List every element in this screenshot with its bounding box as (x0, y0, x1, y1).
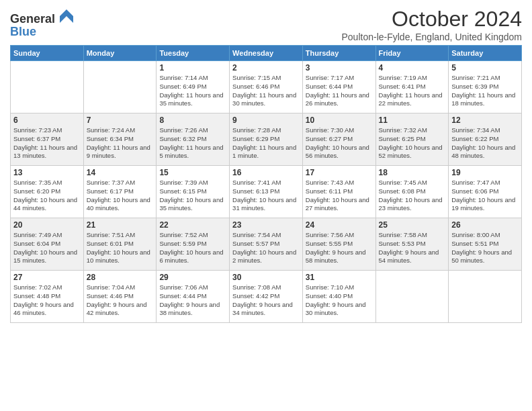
day-info: Sunrise: 7:52 AM Sunset: 5:59 PM Dayligh… (159, 231, 226, 265)
day-number: 27 (13, 273, 81, 282)
calendar-cell (11, 61, 84, 113)
calendar-cell: 4Sunrise: 7:19 AM Sunset: 6:41 PM Daylig… (375, 61, 449, 113)
calendar-cell: 26Sunrise: 8:00 AM Sunset: 5:51 PM Dayli… (449, 218, 522, 271)
calendar-cell: 29Sunrise: 7:06 AM Sunset: 4:44 PM Dayli… (157, 271, 230, 323)
day-info: Sunrise: 7:21 AM Sunset: 6:39 PM Dayligh… (451, 74, 519, 108)
day-number: 16 (232, 168, 300, 177)
calendar-week-row: 27Sunrise: 7:02 AM Sunset: 4:48 PM Dayli… (11, 271, 522, 323)
logo-icon (60, 9, 73, 23)
day-info: Sunrise: 7:30 AM Sunset: 6:27 PM Dayligh… (306, 126, 373, 161)
calendar-cell (449, 271, 522, 323)
calendar-cell: 18Sunrise: 7:45 AM Sunset: 6:08 PM Dayli… (375, 166, 449, 218)
day-info: Sunrise: 7:35 AM Sunset: 6:20 PM Dayligh… (13, 179, 81, 213)
day-info: Sunrise: 7:32 AM Sunset: 6:25 PM Dayligh… (379, 126, 446, 161)
calendar-cell: 1Sunrise: 7:14 AM Sunset: 6:49 PM Daylig… (157, 61, 230, 113)
calendar-cell: 20Sunrise: 7:49 AM Sunset: 6:04 PM Dayli… (11, 218, 84, 271)
day-header-monday: Monday (83, 46, 157, 61)
calendar-cell: 12Sunrise: 7:34 AM Sunset: 6:22 PM Dayli… (449, 113, 522, 166)
day-number: 1 (159, 63, 226, 73)
day-number: 9 (232, 116, 300, 125)
day-info: Sunrise: 7:28 AM Sunset: 6:29 PM Dayligh… (232, 126, 300, 161)
calendar-cell: 8Sunrise: 7:26 AM Sunset: 6:32 PM Daylig… (157, 113, 230, 166)
day-number: 10 (306, 116, 373, 125)
calendar-week-row: 6Sunrise: 7:23 AM Sunset: 6:37 PM Daylig… (11, 113, 522, 166)
calendar-cell (83, 61, 157, 113)
day-info: Sunrise: 7:43 AM Sunset: 6:11 PM Dayligh… (306, 179, 373, 213)
calendar-cell: 22Sunrise: 7:52 AM Sunset: 5:59 PM Dayli… (157, 218, 230, 271)
calendar-table: SundayMondayTuesdayWednesdayThursdayFrid… (10, 45, 522, 323)
day-number: 15 (159, 168, 226, 177)
day-number: 25 (379, 220, 446, 230)
title-section: October 2024 Poulton-le-Fylde, England, … (342, 7, 523, 42)
day-number: 13 (13, 168, 81, 177)
day-number: 5 (451, 63, 519, 73)
calendar-cell: 13Sunrise: 7:35 AM Sunset: 6:20 PM Dayli… (11, 166, 84, 218)
day-info: Sunrise: 7:41 AM Sunset: 6:13 PM Dayligh… (232, 179, 300, 213)
day-number: 22 (159, 220, 226, 230)
day-number: 26 (451, 220, 519, 230)
calendar-cell: 23Sunrise: 7:54 AM Sunset: 5:57 PM Dayli… (230, 218, 303, 271)
day-info: Sunrise: 7:34 AM Sunset: 6:22 PM Dayligh… (451, 126, 519, 161)
day-info: Sunrise: 7:06 AM Sunset: 4:44 PM Dayligh… (159, 283, 226, 318)
calendar-cell: 30Sunrise: 7:08 AM Sunset: 4:42 PM Dayli… (230, 271, 303, 323)
logo-blue: Blue (10, 25, 36, 38)
day-info: Sunrise: 7:47 AM Sunset: 6:06 PM Dayligh… (451, 179, 519, 213)
calendar-cell: 17Sunrise: 7:43 AM Sunset: 6:11 PM Dayli… (302, 166, 375, 218)
day-info: Sunrise: 7:51 AM Sunset: 6:01 PM Dayligh… (87, 231, 154, 265)
day-number: 17 (306, 168, 373, 177)
day-number: 29 (159, 273, 226, 282)
day-number: 24 (306, 220, 373, 230)
day-number: 18 (379, 168, 446, 177)
day-info: Sunrise: 7:56 AM Sunset: 5:55 PM Dayligh… (306, 231, 373, 265)
calendar-week-row: 1Sunrise: 7:14 AM Sunset: 6:49 PM Daylig… (11, 61, 522, 113)
day-info: Sunrise: 7:10 AM Sunset: 4:40 PM Dayligh… (306, 283, 373, 318)
location-subtitle: Poulton-le-Fylde, England, United Kingdo… (342, 32, 523, 42)
day-info: Sunrise: 7:45 AM Sunset: 6:08 PM Dayligh… (379, 179, 446, 213)
day-info: Sunrise: 7:49 AM Sunset: 6:04 PM Dayligh… (13, 231, 81, 265)
day-info: Sunrise: 7:04 AM Sunset: 4:46 PM Dayligh… (87, 283, 154, 318)
calendar-cell: 7Sunrise: 7:24 AM Sunset: 6:34 PM Daylig… (83, 113, 157, 166)
calendar-cell: 27Sunrise: 7:02 AM Sunset: 4:48 PM Dayli… (11, 271, 84, 323)
calendar-cell: 9Sunrise: 7:28 AM Sunset: 6:29 PM Daylig… (230, 113, 303, 166)
svg-marker-0 (60, 9, 73, 23)
month-title: October 2024 (342, 7, 523, 32)
calendar-cell: 10Sunrise: 7:30 AM Sunset: 6:27 PM Dayli… (302, 113, 375, 166)
header: General Blue October 2024 Poulton-le-Fyl… (10, 7, 522, 42)
day-header-tuesday: Tuesday (157, 46, 230, 61)
calendar-cell: 14Sunrise: 7:37 AM Sunset: 6:17 PM Dayli… (83, 166, 157, 218)
day-number: 21 (87, 220, 154, 230)
day-number: 7 (87, 116, 154, 125)
day-info: Sunrise: 7:15 AM Sunset: 6:46 PM Dayligh… (232, 74, 300, 108)
day-info: Sunrise: 7:39 AM Sunset: 6:15 PM Dayligh… (159, 179, 226, 213)
calendar-cell: 24Sunrise: 7:56 AM Sunset: 5:55 PM Dayli… (302, 218, 375, 271)
day-number: 20 (13, 220, 81, 230)
calendar-cell: 5Sunrise: 7:21 AM Sunset: 6:39 PM Daylig… (449, 61, 522, 113)
day-number: 31 (306, 273, 373, 282)
calendar-week-row: 20Sunrise: 7:49 AM Sunset: 6:04 PM Dayli… (11, 218, 522, 271)
calendar-cell: 3Sunrise: 7:17 AM Sunset: 6:44 PM Daylig… (302, 61, 375, 113)
day-header-saturday: Saturday (449, 46, 522, 61)
day-info: Sunrise: 7:58 AM Sunset: 5:53 PM Dayligh… (379, 231, 446, 265)
calendar-cell: 25Sunrise: 7:58 AM Sunset: 5:53 PM Dayli… (375, 218, 449, 271)
day-number: 2 (232, 63, 300, 73)
calendar-cell: 2Sunrise: 7:15 AM Sunset: 6:46 PM Daylig… (230, 61, 303, 113)
day-header-friday: Friday (375, 46, 449, 61)
day-header-sunday: Sunday (11, 46, 84, 61)
day-header-wednesday: Wednesday (230, 46, 303, 61)
day-info: Sunrise: 7:37 AM Sunset: 6:17 PM Dayligh… (87, 179, 154, 213)
calendar-cell: 31Sunrise: 7:10 AM Sunset: 4:40 PM Dayli… (302, 271, 375, 323)
day-info: Sunrise: 7:26 AM Sunset: 6:32 PM Dayligh… (159, 126, 226, 161)
calendar-header-row: SundayMondayTuesdayWednesdayThursdayFrid… (11, 46, 522, 61)
day-number: 19 (451, 168, 519, 177)
day-number: 23 (232, 220, 300, 230)
day-info: Sunrise: 7:24 AM Sunset: 6:34 PM Dayligh… (87, 126, 154, 161)
day-number: 3 (306, 63, 373, 73)
day-number: 28 (87, 273, 154, 282)
day-number: 12 (451, 116, 519, 125)
calendar-cell: 19Sunrise: 7:47 AM Sunset: 6:06 PM Dayli… (449, 166, 522, 218)
calendar-cell: 28Sunrise: 7:04 AM Sunset: 4:46 PM Dayli… (83, 271, 157, 323)
day-info: Sunrise: 8:00 AM Sunset: 5:51 PM Dayligh… (451, 231, 519, 265)
calendar-week-row: 13Sunrise: 7:35 AM Sunset: 6:20 PM Dayli… (11, 166, 522, 218)
day-info: Sunrise: 7:17 AM Sunset: 6:44 PM Dayligh… (306, 74, 373, 108)
day-number: 11 (379, 116, 446, 125)
